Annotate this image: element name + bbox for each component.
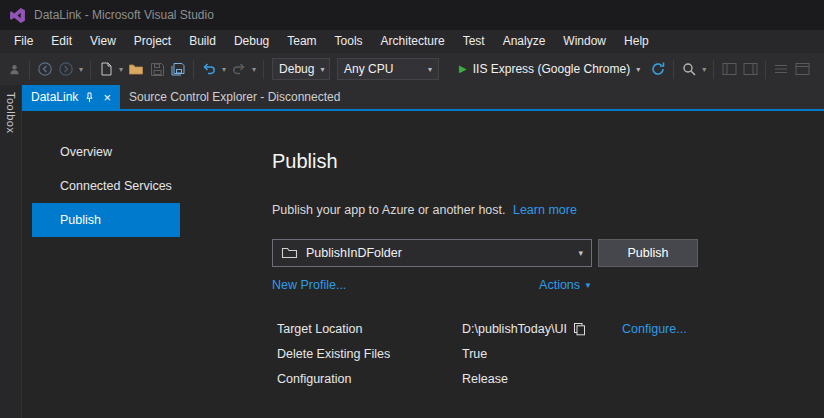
menu-team[interactable]: Team — [278, 30, 325, 53]
menu-project[interactable]: Project — [125, 30, 180, 53]
tab-strip: DataLink × Source Control Explorer - Dis… — [22, 85, 824, 111]
toolbar-separator — [90, 60, 91, 79]
chevron-down-icon[interactable]: ▾ — [220, 65, 228, 74]
chevron-down-icon[interactable]: ▾ — [77, 65, 85, 74]
menu-test[interactable]: Test — [454, 30, 494, 53]
menu-view[interactable]: View — [81, 30, 125, 53]
menu-tools[interactable]: Tools — [326, 30, 372, 53]
new-profile-link[interactable]: New Profile... — [272, 278, 346, 292]
sidebar-item-publish[interactable]: Publish — [32, 203, 180, 237]
new-project-icon[interactable] — [96, 57, 116, 81]
sidebar-item-connected-services[interactable]: Connected Services — [32, 169, 180, 203]
feedback-icon[interactable] — [4, 57, 24, 81]
close-icon[interactable]: × — [101, 91, 111, 104]
profile-row: PublishInDFolder ▾ Publish — [272, 239, 824, 267]
menu-bar: File Edit View Project Build Debug Team … — [0, 30, 824, 53]
dock-left-icon[interactable] — [719, 57, 739, 81]
body: Toolbox DataLink × Source Control Explor… — [0, 85, 824, 418]
menu-edit[interactable]: Edit — [42, 30, 81, 53]
toolbar-separator — [765, 60, 766, 79]
visual-studio-logo-icon — [9, 7, 26, 24]
tab-label: Source Control Explorer - Disconnected — [129, 90, 340, 104]
solution-platform-value: Any CPU — [344, 62, 422, 76]
menu-architecture[interactable]: Architecture — [372, 30, 454, 53]
profile-folder-icon — [281, 246, 298, 260]
toolbox-tab-label: Toolbox — [5, 85, 17, 418]
chevron-down-icon: ▾ — [428, 65, 432, 74]
target-location-path: D:\publishToday\UI — [462, 322, 567, 336]
delete-existing-files-value: True — [462, 347, 622, 361]
publish-document: Overview Connected Services Publish Publ… — [22, 111, 824, 418]
target-location-value: D:\publishToday\UI — [462, 322, 622, 336]
window-icon[interactable] — [792, 57, 812, 81]
document-column: DataLink × Source Control Explorer - Dis… — [22, 85, 824, 418]
chevron-down-icon[interactable]: ▾ — [250, 65, 258, 74]
refresh-icon[interactable] — [648, 57, 668, 81]
navigate-forward-icon[interactable] — [56, 57, 76, 81]
pin-icon[interactable] — [85, 92, 94, 103]
chevron-down-icon[interactable]: ▾ — [700, 65, 708, 74]
toolbar-separator — [193, 60, 194, 79]
actions-link[interactable]: Actions ▼ — [539, 278, 592, 292]
solution-configuration-dropdown[interactable]: Debug ▾ — [272, 58, 330, 80]
toolbar: ▾ ▾ ▾ ▾ Debug ▾ Any CPU ▾ — [0, 53, 824, 85]
navigate-backward-icon[interactable] — [35, 57, 55, 81]
run-target-label: IIS Express (Google Chrome) — [473, 62, 630, 76]
menu-window[interactable]: Window — [554, 30, 615, 53]
menu-build[interactable]: Build — [180, 30, 225, 53]
window-title: DataLink - Microsoft Visual Studio — [34, 8, 214, 22]
dock-right-icon[interactable] — [740, 57, 760, 81]
chevron-down-icon[interactable]: ▾ — [117, 65, 125, 74]
publish-description: Publish your app to Azure or another hos… — [272, 203, 505, 217]
title-bar: DataLink - Microsoft Visual Studio — [0, 0, 824, 30]
delete-existing-files-label: Delete Existing Files — [277, 347, 462, 361]
publish-description-row: Publish your app to Azure or another hos… — [272, 203, 824, 217]
publish-summary: Target Location D:\publishToday\UI Confi… — [272, 316, 824, 391]
sidebar-item-overview[interactable]: Overview — [32, 135, 180, 169]
actions-label: Actions — [539, 278, 580, 292]
undo-icon[interactable] — [199, 57, 219, 81]
toolbar-separator — [29, 60, 30, 79]
menu-analyze[interactable]: Analyze — [494, 30, 555, 53]
toolbar-separator — [673, 60, 674, 79]
toolbox-tab[interactable]: Toolbox — [0, 85, 22, 418]
publish-button[interactable]: Publish — [598, 239, 698, 267]
toolbar-separator — [263, 60, 264, 79]
solution-configuration-value: Debug — [279, 62, 314, 76]
caret-down-icon: ▼ — [584, 281, 592, 290]
profile-links-row: New Profile... Actions ▼ — [272, 278, 592, 292]
profile-name: PublishInDFolder — [306, 246, 570, 260]
copy-icon[interactable] — [573, 322, 586, 336]
search-icon[interactable] — [679, 57, 699, 81]
menu-help[interactable]: Help — [615, 30, 658, 53]
start-debugging-button[interactable]: ▶ IIS Express (Google Chrome) ▾ — [452, 57, 647, 81]
solution-platform-dropdown[interactable]: Any CPU ▾ — [337, 58, 439, 80]
publish-main-panel: Publish Publish your app to Azure or ano… — [272, 111, 824, 418]
chevron-down-icon: ▾ — [578, 248, 583, 258]
menu-debug[interactable]: Debug — [225, 30, 278, 53]
tab-label: DataLink — [31, 90, 78, 104]
tab-datalink[interactable]: DataLink × — [22, 85, 120, 109]
open-folder-icon[interactable] — [126, 57, 146, 81]
configuration-value: Release — [462, 372, 622, 386]
menu-file[interactable]: File — [5, 30, 42, 53]
chevron-down-icon: ▾ — [636, 65, 640, 74]
play-icon: ▶ — [459, 64, 467, 74]
publish-sidebar: Overview Connected Services Publish — [22, 111, 272, 418]
learn-more-link[interactable]: Learn more — [513, 203, 577, 217]
redo-icon[interactable] — [229, 57, 249, 81]
publish-profile-dropdown[interactable]: PublishInDFolder ▾ — [272, 239, 592, 267]
save-all-icon[interactable] — [168, 57, 188, 81]
toolbar-separator — [713, 60, 714, 79]
visual-studio-window: DataLink - Microsoft Visual Studio File … — [0, 0, 824, 418]
configure-link[interactable]: Configure... — [622, 322, 687, 336]
configuration-label: Configuration — [277, 372, 462, 386]
target-location-label: Target Location — [277, 322, 462, 336]
tab-source-control-explorer[interactable]: Source Control Explorer - Disconnected — [120, 85, 349, 109]
list-icon[interactable] — [771, 57, 791, 81]
chevron-down-icon: ▾ — [320, 65, 324, 74]
save-icon[interactable] — [147, 57, 167, 81]
page-title: Publish — [272, 149, 824, 173]
